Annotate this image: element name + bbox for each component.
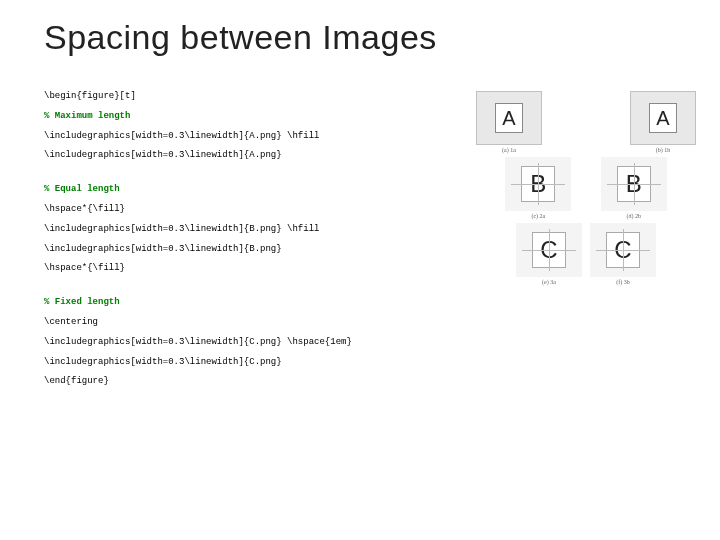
- figure-tile: A (a) 1a: [476, 91, 542, 153]
- code-line: \hspace*{\fill}: [44, 259, 476, 279]
- letter-label: C: [606, 232, 640, 268]
- code-line: \includegraphics[width=0.3\linewidth]{C.…: [44, 333, 476, 353]
- letter-label: A: [495, 103, 523, 133]
- code-line: \end{figure}: [44, 372, 476, 392]
- figure-tile: C (e) 3a: [516, 223, 582, 285]
- thumbnail-a1: A: [476, 91, 542, 145]
- letter-label: B: [521, 166, 555, 202]
- page-title: Spacing between Images: [0, 0, 720, 57]
- code-comment-equal: % Equal length: [44, 180, 476, 200]
- latex-code-block: \begin{figure}[t] % Maximum length \incl…: [44, 87, 476, 406]
- code-line: \includegraphics[width=0.3\linewidth]{A.…: [44, 127, 476, 147]
- letter-label: C: [532, 232, 566, 268]
- figure-row-a: A (a) 1a A (b) 1b: [476, 91, 696, 153]
- figure-tile: C (f) 3b: [590, 223, 656, 285]
- code-line: \centering: [44, 313, 476, 333]
- caption: (d) 2b: [601, 213, 667, 219]
- code-comment-max: % Maximum length: [44, 107, 476, 127]
- code-line: \includegraphics[width=0.3\linewidth]{B.…: [44, 240, 476, 260]
- figure-row-c: C (e) 3a C (f) 3b: [476, 223, 696, 285]
- figure-tile: B (c) 2a: [505, 157, 571, 219]
- thumbnail-b1: B: [505, 157, 571, 211]
- figure-row-b: B (c) 2a B (d) 2b: [476, 157, 696, 219]
- letter-label: A: [649, 103, 677, 133]
- code-line: \begin{figure}[t]: [44, 87, 476, 107]
- caption: (e) 3a: [516, 279, 582, 285]
- figure-tile: B (d) 2b: [601, 157, 667, 219]
- code-line: \includegraphics[width=0.3\linewidth]{C.…: [44, 353, 476, 373]
- figure-tile: A (b) 1b: [630, 91, 696, 153]
- figure-preview: A (a) 1a A (b) 1b B (c) 2a: [476, 87, 696, 406]
- code-line: \includegraphics[width=0.3\linewidth]{A.…: [44, 146, 476, 166]
- code-comment-fixed: % Fixed length: [44, 293, 476, 313]
- thumbnail-c1: C: [516, 223, 582, 277]
- thumbnail-a2: A: [630, 91, 696, 145]
- caption: (c) 2a: [505, 213, 571, 219]
- content-area: \begin{figure}[t] % Maximum length \incl…: [0, 57, 720, 406]
- thumbnail-c2: C: [590, 223, 656, 277]
- thumbnail-b2: B: [601, 157, 667, 211]
- code-line: \hspace*{\fill}: [44, 200, 476, 220]
- caption: (f) 3b: [590, 279, 656, 285]
- code-line: \includegraphics[width=0.3\linewidth]{B.…: [44, 220, 476, 240]
- caption: (a) 1a: [476, 147, 542, 153]
- caption: (b) 1b: [630, 147, 696, 153]
- letter-label: B: [617, 166, 651, 202]
